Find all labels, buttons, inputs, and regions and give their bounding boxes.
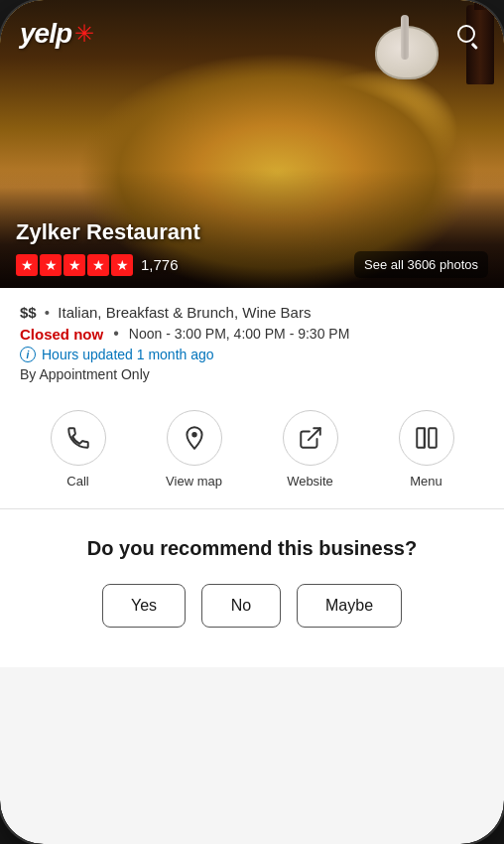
call-icon-circle [51, 410, 106, 466]
menu-label: Menu [410, 474, 442, 489]
hours-text: Noon - 3:00 PM, 4:00 PM - 9:30 PM [129, 326, 350, 342]
menu-icon-circle [399, 410, 454, 466]
dot-separator-1: • [45, 304, 50, 321]
dot-separator-2: • [113, 325, 119, 343]
action-buttons: Call View map [20, 402, 484, 508]
closed-status: Closed now [20, 326, 103, 343]
view-map-label: View map [166, 474, 222, 489]
menu-button[interactable]: Menu [392, 410, 461, 489]
yes-button[interactable]: Yes [102, 584, 186, 628]
svg-rect-2 [417, 428, 425, 448]
see-photos-button[interactable]: See all 3606 photos [354, 251, 488, 278]
rating-row: 1,776 See all 3606 photos [16, 251, 488, 278]
app-header: yelp ✳ [0, 0, 504, 68]
recommendation-buttons: Yes No Maybe [40, 584, 464, 628]
recommendation-section: Do you recommend this business? Yes No M… [20, 509, 484, 651]
restaurant-name: Zylker Restaurant [16, 219, 488, 245]
recommendation-question: Do you recommend this business? [40, 537, 464, 560]
phone-icon [65, 425, 91, 451]
screen: yelp ✳ Zylker Restaurant [0, 0, 504, 844]
review-count: 1,776 [141, 256, 179, 273]
menu-book-icon [414, 425, 440, 451]
categories: Italian, Breakfast & Brunch, Wine Bars [58, 304, 311, 321]
star-rating [16, 254, 133, 276]
star-1 [16, 254, 38, 276]
external-link-icon [298, 425, 323, 451]
call-label: Call [66, 474, 88, 489]
star-3 [63, 254, 85, 276]
stars-reviews: 1,776 [16, 254, 179, 276]
appointment-text: By Appointment Only [20, 366, 484, 382]
hours-updated-row[interactable]: Hours updated 1 month ago [20, 347, 484, 362]
info-icon [20, 347, 36, 362]
svg-point-0 [191, 432, 196, 437]
maybe-button[interactable]: Maybe [297, 584, 402, 628]
business-meta: $$ • Italian, Breakfast & Brunch, Wine B… [20, 304, 484, 321]
search-icon [457, 25, 475, 43]
website-icon-circle [283, 410, 338, 466]
yelp-logo: yelp ✳ [20, 18, 94, 50]
hours-row: Closed now • Noon - 3:00 PM, 4:00 PM - 9… [20, 325, 484, 343]
yelp-wordmark: yelp [20, 18, 71, 50]
star-4 [87, 254, 109, 276]
svg-rect-3 [429, 428, 437, 448]
map-icon-circle [167, 410, 222, 466]
call-button[interactable]: Call [44, 410, 113, 489]
map-pin-icon [182, 425, 207, 451]
yelp-burst-icon: ✳ [74, 20, 94, 48]
price-range: $$ [20, 304, 37, 321]
hero-image: yelp ✳ Zylker Restaurant [0, 0, 504, 288]
svg-line-1 [308, 428, 319, 440]
view-map-button[interactable]: View map [160, 410, 229, 489]
website-button[interactable]: Website [276, 410, 345, 489]
star-5 [111, 254, 133, 276]
hours-updated-text: Hours updated 1 month ago [42, 347, 214, 362]
no-button[interactable]: No [201, 584, 281, 628]
search-button[interactable] [448, 16, 484, 52]
star-2 [40, 254, 62, 276]
content-area: $$ • Italian, Breakfast & Brunch, Wine B… [0, 288, 504, 667]
restaurant-info-overlay: Zylker Restaurant 1,776 See all 3606 pho… [0, 219, 504, 278]
phone-frame: yelp ✳ Zylker Restaurant [0, 0, 504, 844]
website-label: Website [287, 474, 333, 489]
